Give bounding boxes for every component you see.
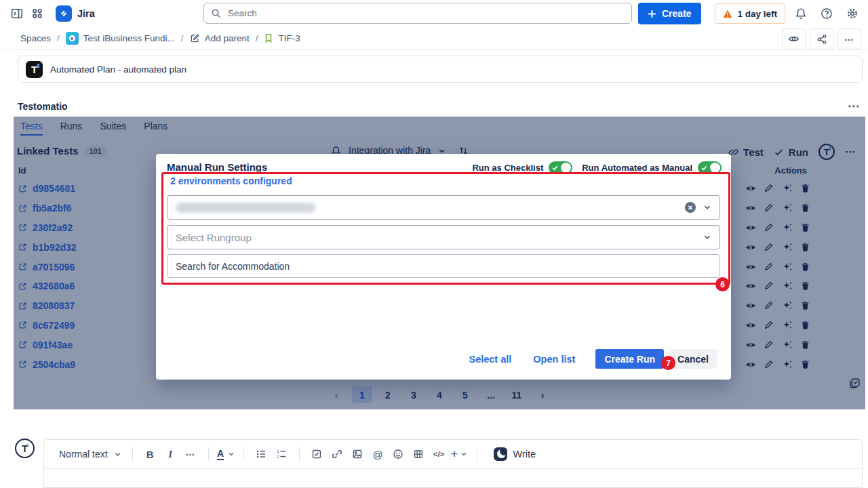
edit-icon — [190, 33, 200, 43]
create-button-label: Create — [662, 8, 692, 19]
add-parent-label: Add parent — [205, 33, 250, 43]
environments-configured-link[interactable]: 2 environments configured — [170, 176, 292, 186]
space-icon — [66, 32, 79, 45]
testomatio-comment-logo: T — [15, 439, 35, 458]
chevron-down-icon — [114, 451, 121, 458]
breadcrumb-spaces-label: Spaces — [20, 33, 51, 43]
notifications-icon[interactable] — [791, 3, 811, 24]
smart-link-card[interactable]: T Automated Plan - automated plan — [18, 56, 863, 83]
trial-badge[interactable]: 1 day left — [715, 3, 785, 24]
chevron-down-icon — [460, 451, 467, 458]
bold-button[interactable]: B — [141, 445, 159, 464]
chevron-down-icon — [228, 451, 235, 458]
svg-text:2: 2 — [277, 455, 279, 459]
italic-button[interactable]: I — [161, 445, 180, 464]
help-icon[interactable] — [816, 3, 837, 24]
modal-toggles: Run as Checklist Run Automated as Manual — [472, 161, 722, 174]
smart-link-title: Automated Plan - automated plan — [50, 64, 186, 75]
more-actions-button[interactable]: ⋯ — [837, 28, 861, 49]
search-icon — [211, 8, 221, 18]
write-ai-label: Write — [513, 449, 536, 460]
run-as-checklist-label: Run as Checklist — [472, 163, 543, 173]
modal-footer: Select all Open list Create Run Cancel — [469, 349, 717, 369]
environment-select[interactable]: ✕ — [167, 195, 720, 220]
cancel-button[interactable]: Cancel — [669, 349, 717, 369]
share-icon — [816, 34, 827, 45]
clear-selection-icon[interactable]: ✕ — [685, 202, 696, 213]
svg-text:1: 1 — [277, 449, 279, 453]
testomatio-logo-letter: T — [31, 64, 37, 75]
app-title: Jira — [77, 8, 95, 19]
run-automated-as-manual-toggle-group: Run Automated as Manual — [582, 161, 722, 174]
accommodation-search-input[interactable]: Search for Accommodation — [167, 254, 720, 278]
text-style-dropdown[interactable]: Normal text — [59, 449, 121, 460]
share-button[interactable] — [810, 28, 833, 49]
code-block-button[interactable]: </> — [430, 445, 448, 464]
breadcrumb-separator: / — [57, 33, 60, 43]
warning-icon — [723, 9, 732, 18]
accommodation-search-value: Search for Accommodation — [176, 261, 290, 272]
breadcrumb-separator: / — [181, 33, 184, 43]
more-formatting-icon[interactable]: ⋯ — [182, 445, 200, 464]
sidebar-toggle-icon[interactable] — [7, 3, 27, 24]
settings-gear-icon[interactable] — [842, 3, 863, 24]
plus-icon: + — [451, 447, 458, 462]
jira-logo[interactable] — [56, 5, 72, 22]
rungroup-select[interactable]: Select Rungroup — [167, 225, 720, 249]
select-all-link[interactable]: Select all — [469, 354, 511, 365]
breadcrumb-page-label: TIF-3 — [278, 33, 300, 43]
breadcrumb-space-link[interactable]: Test iBusiness Fundi... — [66, 32, 175, 45]
rungroup-placeholder: Select Rungroup — [176, 232, 252, 243]
redacted-environment-value — [176, 203, 315, 213]
emoji-button[interactable] — [389, 445, 408, 464]
check-icon — [552, 165, 558, 171]
open-list-link[interactable]: Open list — [533, 354, 575, 365]
image-button[interactable] — [349, 445, 367, 464]
widget-heading: Testomatio — [18, 101, 68, 112]
comment-input-area[interactable] — [44, 469, 862, 488]
breadcrumb-space-label: Test iBusiness Fundi... — [83, 33, 175, 43]
app-switcher-icon[interactable] — [27, 3, 47, 24]
top-navigation-bar: Jira Create 1 day left — [0, 0, 868, 27]
manual-run-settings-modal: Manual Run Settings Run as Checklist Run… — [156, 154, 731, 380]
run-automated-as-manual-label: Run Automated as Manual — [582, 163, 692, 173]
text-color-button[interactable]: A — [217, 445, 235, 464]
widget-more-options-icon[interactable]: ⋯ — [848, 99, 860, 113]
breadcrumb: Spaces / Test iBusiness Fundi... / Add p… — [0, 27, 868, 50]
trial-badge-label: 1 day left — [737, 9, 777, 19]
topbar-right: 1 day left — [715, 3, 863, 24]
modal-title: Manual Run Settings — [167, 161, 267, 173]
bullet-list-button[interactable] — [252, 445, 271, 464]
link-button[interactable] — [328, 445, 347, 464]
annotation-step-7-badge: 7 — [661, 356, 675, 370]
check-icon — [701, 165, 707, 171]
breadcrumb-page-link[interactable]: TIF-3 — [264, 33, 300, 43]
task-checkbox-button[interactable] — [308, 445, 326, 464]
text-style-label: Normal text — [59, 449, 108, 460]
create-button[interactable]: Create — [638, 3, 701, 24]
testomatio-logo: T — [26, 61, 43, 78]
page-actions: ⋯ — [782, 28, 861, 49]
watch-button[interactable] — [782, 28, 806, 49]
chevron-down-icon — [703, 203, 711, 211]
run-as-checklist-toggle-group: Run as Checklist — [472, 161, 572, 174]
run-as-checklist-toggle[interactable] — [549, 161, 572, 174]
editor-toolbar: Normal text B I ⋯ A 12 @ — [44, 440, 862, 469]
testomatio-comment-logo-letter: T — [22, 443, 28, 454]
table-button[interactable] — [410, 445, 428, 464]
write-ai-icon — [494, 447, 507, 461]
annotation-step-6-badge: 6 — [715, 277, 730, 291]
search-input[interactable] — [226, 7, 625, 19]
mention-button[interactable]: @ — [369, 445, 387, 464]
create-run-button[interactable]: Create Run — [595, 349, 664, 369]
run-automated-as-manual-toggle[interactable] — [698, 161, 722, 174]
insert-more-button[interactable]: + — [450, 445, 469, 464]
breadcrumb-spaces[interactable]: Spaces — [20, 33, 51, 43]
breadcrumb-separator: / — [256, 33, 258, 43]
chevron-down-icon — [703, 233, 711, 241]
numbered-list-button[interactable]: 12 — [273, 445, 291, 464]
add-parent-button[interactable]: Add parent — [190, 33, 250, 43]
global-search[interactable] — [203, 3, 632, 24]
write-ai-button[interactable]: Write — [494, 447, 536, 461]
eye-icon — [788, 33, 800, 45]
